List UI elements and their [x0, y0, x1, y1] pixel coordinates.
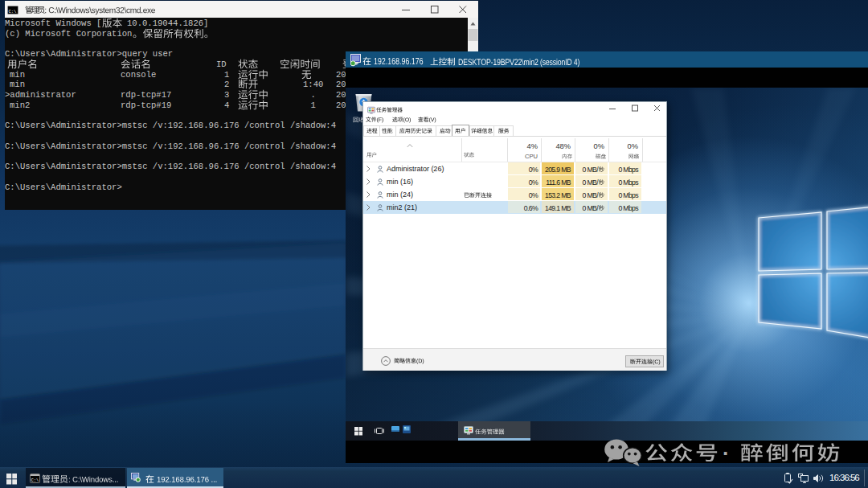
- svg-text:C:\: C:\: [8, 8, 16, 14]
- svg-text:C:\: C:\: [31, 477, 39, 482]
